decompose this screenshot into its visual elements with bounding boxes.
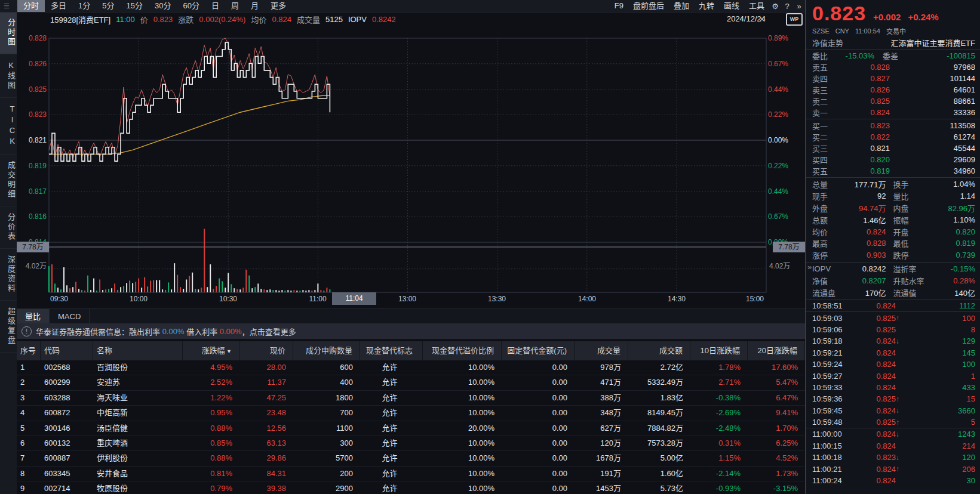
nav-row[interactable]: 净值走势 汇添富中证主要消费ETF bbox=[806, 36, 980, 50]
help-icon[interactable]: ? bbox=[781, 2, 793, 11]
toolbar-button-F9[interactable]: F9 bbox=[610, 0, 628, 12]
toolbar-button-叠加[interactable]: 叠加 bbox=[669, 0, 694, 12]
cell: 84.31 bbox=[239, 467, 293, 481]
toolbar-button-九转[interactable]: 九转 bbox=[694, 0, 719, 12]
trading-app-window: ☰ 分时多日1分5分15分30分60分日周月更多 F9盘前盘后叠加九转画线工具⚙… bbox=[0, 0, 980, 494]
ask-level-row: 卖四0.827101144 bbox=[806, 73, 980, 84]
stats-divider bbox=[806, 177, 980, 178]
gear-icon[interactable]: ⚙ bbox=[769, 2, 781, 11]
sidebar-item-分时图[interactable]: 分时图 bbox=[0, 12, 17, 54]
price-axis-label: 0.819 bbox=[17, 162, 47, 170]
column-header-涨跌幅[interactable]: 涨跌幅 ▼ bbox=[183, 341, 239, 360]
volume-scale-box[interactable]: 7.78万 bbox=[17, 242, 49, 252]
column-header-成分申购数量[interactable]: 成分申购数量 bbox=[293, 341, 360, 360]
toolbar-tab-分时[interactable]: 分时 bbox=[17, 0, 45, 12]
toolbar-tab-30分[interactable]: 30分 bbox=[149, 0, 177, 12]
tick-time: 10:59:21 bbox=[812, 348, 854, 357]
margin-notice-bar[interactable]: ! 华泰证券融券通供需信息：融出利率 0.00% 借入利率 0.00% ，点击查… bbox=[17, 323, 805, 339]
cell: 牧原股份 bbox=[93, 481, 183, 494]
chart-region: 159928[消费ETF] 11:00 价 0.823 涨跌 0.002(0.2… bbox=[17, 12, 805, 494]
toolbar-tab-更多[interactable]: 更多 bbox=[265, 0, 292, 12]
cell: 120万 bbox=[575, 436, 628, 450]
indicator-tab-MACD[interactable]: MACD bbox=[50, 309, 90, 324]
column-header-固定替代金额(元)[interactable]: 固定替代金额(元) bbox=[502, 341, 575, 360]
bid-level-row: 买五0.81934960 bbox=[806, 165, 980, 177]
constituents-table: 序号代码名称涨跌幅 ▼现价成分申购数量现金替代标志现金替代溢价比例固定替代金额(… bbox=[17, 341, 805, 494]
sidebar-item-K线图[interactable]: K线图 bbox=[0, 54, 17, 98]
sidebar-item-TICK[interactable]: TICK bbox=[0, 98, 17, 155]
column-header-成交量[interactable]: 成交量 bbox=[575, 341, 628, 360]
indicator-tab-量比[interactable]: 量比 bbox=[17, 309, 50, 324]
tick-time: 10:59:18 bbox=[812, 336, 854, 345]
period-tabs: 分时多日1分5分15分30分60分日周月更多 bbox=[17, 0, 292, 12]
column-header-10日涨跌幅[interactable]: 10日涨跌幅 bbox=[690, 341, 748, 360]
cell: 允许 bbox=[360, 391, 423, 405]
sidebar-item-深度资料[interactable]: 深度资料 bbox=[0, 249, 17, 301]
table-row[interactable]: 8603345安井食品0.81%84.31200允许10.00%0.00191万… bbox=[17, 467, 805, 481]
percent-axis-label: 0.00% bbox=[768, 136, 803, 144]
table-row[interactable]: 6600132重庆啤酒0.85%63.13300允许10.00%0.00120万… bbox=[17, 436, 805, 451]
table-row[interactable]: 9002714牧原股份0.79%39.382900允许10.00%0.00145… bbox=[17, 481, 805, 494]
stat-row: 净值0.8207升贴水率0.28% bbox=[806, 274, 980, 286]
column-header-序号[interactable]: 序号 bbox=[17, 341, 41, 360]
toolbar-button-画线[interactable]: 画线 bbox=[719, 0, 744, 12]
tick-row: 10:59:360.825↑15 bbox=[806, 393, 980, 405]
cell: 12.56 bbox=[239, 421, 293, 436]
cell: 2900 bbox=[293, 481, 360, 494]
market-status: 交易中 bbox=[886, 26, 906, 36]
sidebar-item-分价表[interactable]: 分价表 bbox=[0, 206, 17, 249]
sidebar-item-超级复盘[interactable]: 超级复盘 bbox=[0, 301, 17, 353]
app-menu-icon[interactable]: ☰ bbox=[4, 2, 14, 10]
toolbar-tab-60分[interactable]: 60分 bbox=[177, 0, 205, 12]
stat-value: 0.828 bbox=[841, 239, 886, 248]
toolbar-tab-1分[interactable]: 1分 bbox=[72, 0, 96, 12]
cell: 1.22% bbox=[183, 391, 239, 405]
notice-suffix: ，点击查看更多 bbox=[242, 326, 296, 337]
toolbar-tab-多日[interactable]: 多日 bbox=[45, 0, 72, 12]
stat-value: 94.74万 bbox=[841, 202, 886, 214]
cell: 1.60亿 bbox=[628, 467, 690, 481]
tick-row: 10:59:210.824145 bbox=[806, 347, 980, 359]
toolbar-tab-周[interactable]: 周 bbox=[225, 0, 245, 12]
tick-row: 10:59:180.824↓129 bbox=[806, 335, 980, 347]
table-row[interactable]: 7600887伊利股份0.88%29.865700允许10.00%0.00167… bbox=[17, 451, 805, 466]
table-row[interactable]: 3603288海天味业1.22%47.251800允许10.00%0.00388… bbox=[17, 391, 805, 406]
panel-expand-icon[interactable]: » bbox=[807, 263, 812, 271]
intraday-chart[interactable] bbox=[17, 12, 805, 308]
expand-icon[interactable]: » bbox=[793, 2, 805, 11]
main-quote: 0.823 +0.002 +0.24% bbox=[806, 0, 980, 26]
toolbar-button-盘前盘后[interactable]: 盘前盘后 bbox=[628, 0, 669, 12]
close-icon[interactable]: ✕ bbox=[758, 14, 766, 24]
cell: 63.13 bbox=[239, 436, 293, 450]
column-header-现金替代标志[interactable]: 现金替代标志 bbox=[360, 341, 423, 360]
cell: 1.15% bbox=[690, 451, 748, 465]
sidebar-item-成交明细[interactable]: 成交明细 bbox=[0, 155, 17, 206]
column-header-现金替代溢价比例[interactable]: 现金替代溢价比例 bbox=[423, 341, 502, 360]
tick-row: 11:00:210.824↑206 bbox=[806, 463, 980, 474]
cell: 2 bbox=[17, 375, 41, 390]
arrow-up-icon: ↑ bbox=[896, 314, 904, 322]
column-header-现价[interactable]: 现价 bbox=[239, 341, 293, 360]
tick-list[interactable]: 10:58:510.824111210:59:030.825↑10010:59:… bbox=[806, 300, 980, 486]
stat-row: 总量177.71万换手1.04% bbox=[806, 178, 980, 190]
table-row[interactable]: 5300146汤臣倍健0.88%12.561100允许20.00%0.00627… bbox=[17, 421, 805, 436]
toolbar-tab-月[interactable]: 月 bbox=[245, 0, 265, 12]
table-row[interactable]: 4600872中炬高新0.95%23.48700允许10.00%0.00348万… bbox=[17, 406, 805, 421]
table-row[interactable]: 2600299安迪苏2.52%11.37400允许10.00%0.00471万5… bbox=[17, 375, 805, 390]
toolbar-tab-5分[interactable]: 5分 bbox=[96, 0, 120, 12]
toolbar-tab-15分[interactable]: 15分 bbox=[121, 0, 149, 12]
toolbar-tab-日[interactable]: 日 bbox=[205, 0, 225, 12]
column-header-名称[interactable]: 名称 bbox=[93, 341, 183, 360]
volume-scale-box[interactable]: 7.78万 bbox=[773, 242, 805, 252]
column-header-成交额[interactable]: 成交额 bbox=[628, 341, 690, 360]
table-row[interactable]: 1002568百润股份4.95%28.00600允许10.00%0.00978万… bbox=[17, 360, 805, 375]
tick-time: 10:59:33 bbox=[812, 383, 854, 392]
cell: 6.47% bbox=[748, 391, 805, 405]
column-header-20日涨跌幅[interactable]: 20日涨跌幅 bbox=[748, 341, 805, 360]
tick-time: 10:59:27 bbox=[812, 372, 854, 381]
column-header-代码[interactable]: 代码 bbox=[41, 341, 93, 360]
level-price: 0.822 bbox=[836, 132, 890, 141]
toolbar-button-工具[interactable]: 工具 bbox=[744, 0, 769, 12]
tick-price: 0.823 bbox=[854, 453, 896, 462]
cell: 600872 bbox=[41, 406, 93, 420]
